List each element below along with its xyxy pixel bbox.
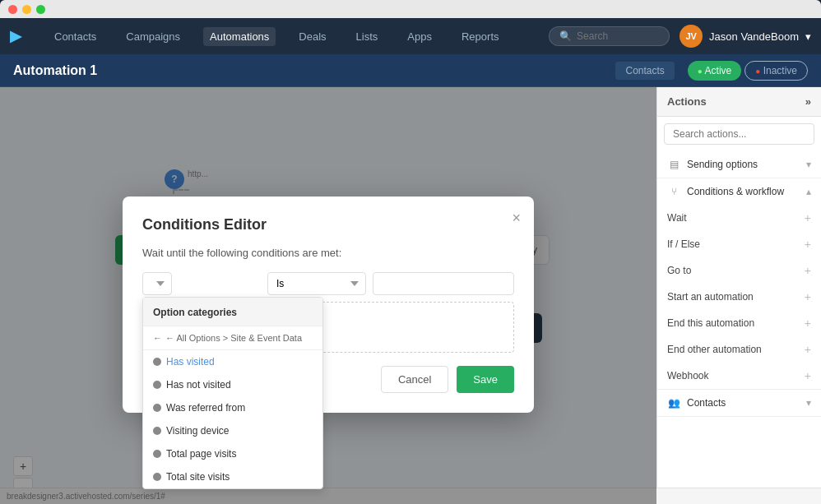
inactive-status-button[interactable]: ● Inactive bbox=[744, 61, 808, 81]
main-area: $ Add deal "New Paid Act" for contact ⏱ … bbox=[0, 87, 821, 504]
global-search[interactable]: 🔍 bbox=[549, 26, 670, 46]
sidebar-item-end-other[interactable]: End other automation + bbox=[657, 336, 821, 363]
condition-value-input[interactable] bbox=[373, 272, 514, 295]
webhook-label: Webhook bbox=[667, 370, 708, 381]
sidebar-item-end-this[interactable]: End this automation + bbox=[657, 310, 821, 336]
chevron-down-icon: ▾ bbox=[806, 159, 811, 170]
has-visited-label: Has visited bbox=[166, 356, 215, 368]
chevron-right-icon: » bbox=[805, 95, 811, 108]
nav-deals[interactable]: Deals bbox=[292, 27, 332, 46]
modal-description: Wait until the following conditions are … bbox=[142, 247, 514, 259]
has-not-visited-label: Has not visited bbox=[166, 379, 231, 391]
logo-icon: ▶ bbox=[10, 27, 21, 45]
modal-title: Conditions Editor bbox=[142, 216, 514, 234]
user-name: Jason VandeBoom bbox=[709, 30, 799, 43]
conditions-workflow-title: ⑂ Conditions & workflow bbox=[667, 185, 784, 198]
actions-title: Actions bbox=[667, 95, 707, 108]
sidebar-header: Actions » bbox=[657, 87, 821, 117]
status-buttons: ● Active ● Inactive bbox=[688, 61, 808, 81]
close-button[interactable] bbox=[8, 5, 17, 14]
dot-icon bbox=[153, 358, 161, 366]
dropdown-header-label: Option categories bbox=[153, 307, 237, 318]
end-other-label: End other automation bbox=[667, 344, 762, 355]
sidebar-search-input[interactable] bbox=[664, 123, 814, 145]
active-dot: ● bbox=[698, 67, 703, 76]
plus-icon: + bbox=[805, 264, 811, 277]
contacts-section: 👥 Contacts ▾ bbox=[657, 390, 821, 417]
sending-options-title: ▤ Sending options bbox=[667, 158, 758, 171]
conditions-workflow-header[interactable]: ⑂ Conditions & workflow ▴ bbox=[657, 178, 821, 205]
start-automation-label: Start an automation bbox=[667, 291, 754, 303]
condition-row: Option categories ← ← All Options > Site… bbox=[142, 272, 514, 295]
contacts-button[interactable]: Contacts bbox=[615, 62, 674, 80]
dot-icon bbox=[153, 427, 161, 435]
inactive-label: Inactive bbox=[763, 65, 797, 76]
if-else-label: If / Else bbox=[667, 238, 700, 250]
automation-title: Automation 1 bbox=[13, 63, 602, 78]
chevron-down-icon: ▾ bbox=[806, 397, 811, 409]
sidebar-item-if-else[interactable]: If / Else + bbox=[657, 231, 821, 257]
nav-reports[interactable]: Reports bbox=[455, 27, 506, 46]
sidebar-item-wait[interactable]: Wait + bbox=[657, 205, 821, 231]
sending-icon: ▤ bbox=[667, 158, 680, 171]
dropdown-item-has-visited[interactable]: Has visited bbox=[143, 350, 322, 373]
save-button[interactable]: Save bbox=[457, 366, 514, 393]
sending-options-header[interactable]: ▤ Sending options ▾ bbox=[657, 151, 821, 178]
search-input[interactable] bbox=[577, 30, 659, 42]
sidebar-item-go-to[interactable]: Go to + bbox=[657, 257, 821, 284]
nav-lists[interactable]: Lists bbox=[350, 27, 385, 46]
canvas: $ Add deal "New Paid Act" for contact ⏱ … bbox=[0, 87, 656, 504]
dropdown-item-has-not-visited[interactable]: Has not visited bbox=[143, 373, 322, 396]
dropdown-item-total-page-visits[interactable]: Total page visits bbox=[143, 442, 322, 465]
active-status-button[interactable]: ● Active bbox=[688, 61, 741, 81]
visiting-device-label: Visiting device bbox=[166, 425, 230, 437]
referred-from-label: Was referred from bbox=[166, 402, 245, 414]
topbar-right: 🔍 JV Jason VandeBoom ▾ bbox=[549, 25, 811, 48]
plus-icon: + bbox=[805, 369, 811, 382]
user-menu[interactable]: JV Jason VandeBoom ▾ bbox=[680, 25, 811, 48]
dot-icon bbox=[153, 473, 161, 481]
window-chrome bbox=[0, 0, 821, 18]
condition-category-select[interactable] bbox=[142, 272, 172, 295]
dropdown-breadcrumb[interactable]: ← ← All Options > Site & Event Data bbox=[143, 326, 322, 350]
nav-automations[interactable]: Automations bbox=[203, 27, 276, 46]
plus-icon: + bbox=[805, 238, 811, 251]
sidebar-search-container bbox=[657, 117, 821, 151]
plus-icon: + bbox=[805, 211, 811, 224]
nav-campaigns[interactable]: Campaigns bbox=[119, 27, 187, 46]
cancel-button[interactable]: Cancel bbox=[381, 366, 448, 393]
chevron-down-icon: ▾ bbox=[805, 30, 811, 43]
modal-close-button[interactable]: × bbox=[512, 210, 521, 227]
sidebar-item-webhook[interactable]: Webhook + bbox=[657, 363, 821, 389]
maximize-button[interactable] bbox=[36, 5, 45, 14]
contacts-icon: 👥 bbox=[667, 396, 680, 409]
condition-operator-select[interactable]: Is bbox=[267, 272, 366, 295]
total-page-visits-label: Total page visits bbox=[166, 448, 236, 460]
nav-contacts[interactable]: Contacts bbox=[48, 27, 103, 46]
chevron-up-icon: ▴ bbox=[806, 186, 811, 197]
search-icon: 🔍 bbox=[559, 30, 572, 42]
top-navigation: ▶ Contacts Campaigns Automations Deals L… bbox=[0, 18, 821, 54]
plus-icon: + bbox=[805, 317, 811, 330]
nav-apps[interactable]: Apps bbox=[401, 27, 438, 46]
contacts-section-title: 👥 Contacts bbox=[667, 396, 726, 409]
dropdown-header: Option categories bbox=[143, 298, 322, 326]
dropdown-item-visiting-device[interactable]: Visiting device bbox=[143, 419, 322, 442]
conditions-workflow-section: ⑂ Conditions & workflow ▴ Wait + If / El… bbox=[657, 178, 821, 390]
sidebar-item-start-automation[interactable]: Start an automation + bbox=[657, 284, 821, 310]
dot-icon bbox=[153, 450, 161, 458]
dropdown-item-total-site-visits[interactable]: Total site visits bbox=[143, 465, 322, 488]
workflow-icon: ⑂ bbox=[667, 185, 680, 198]
back-arrow-icon: ← bbox=[153, 333, 162, 343]
total-site-visits-label: Total site visits bbox=[166, 471, 230, 483]
main-nav: Contacts Campaigns Automations Deals Lis… bbox=[48, 27, 529, 46]
inactive-dot: ● bbox=[755, 67, 760, 76]
plus-icon: + bbox=[805, 290, 811, 303]
wait-label: Wait bbox=[667, 212, 687, 224]
contacts-section-header[interactable]: 👥 Contacts ▾ bbox=[657, 390, 821, 416]
dot-icon bbox=[153, 404, 161, 412]
dropdown-panel: Option categories ← ← All Options > Site… bbox=[142, 297, 323, 489]
minimize-button[interactable] bbox=[22, 5, 31, 14]
breadcrumb-text: ← All Options > Site & Event Data bbox=[165, 333, 302, 343]
dropdown-item-referred-from[interactable]: Was referred from bbox=[143, 396, 322, 419]
